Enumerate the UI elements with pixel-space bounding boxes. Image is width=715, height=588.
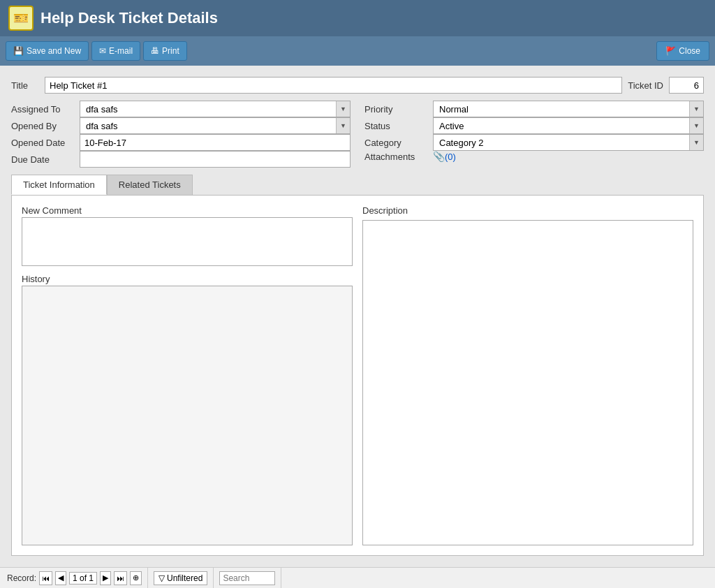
opened-date-row: Opened Date [11, 134, 351, 151]
assigned-to-row: Assigned To dfa safs ▼ [11, 101, 351, 117]
assigned-to-label: Assigned To [11, 104, 74, 115]
category-row: Category Category 2 Category 1 Category … [364, 134, 704, 151]
history-box [22, 286, 353, 545]
flag-icon: 🚩 [665, 46, 676, 56]
title-label: Title [11, 80, 39, 91]
filter-section: ▽ Unfiltered [148, 568, 214, 588]
main-content: Title Ticket ID Assigned To dfa safs ▼ [0, 66, 715, 567]
ticket-id-section: Ticket ID [628, 77, 704, 94]
record-section: Record: ⏮ ◀ ▶ ⏭ ⊕ [4, 568, 148, 588]
new-comment-label: New Comment [22, 205, 353, 216]
nav-next-button[interactable]: ▶ [100, 571, 111, 585]
opened-by-select[interactable]: dfa safs [80, 117, 351, 134]
toolbar: 💾 Save and New ✉ E-mail 🖶 Print 🚩 Close [0, 36, 715, 66]
form-fields: Assigned To dfa safs ▼ Opened By dfa saf… [11, 101, 704, 168]
print-icon: 🖶 [151, 46, 159, 56]
opened-by-select-wrapper: dfa safs ▼ [80, 117, 351, 134]
left-column: New Comment History [22, 205, 353, 545]
due-date-input[interactable] [80, 151, 351, 168]
search-section [214, 568, 281, 588]
record-number-input[interactable] [69, 572, 97, 585]
content-columns: New Comment History Description [22, 205, 693, 545]
status-row: Status Active Closed Pending ▼ [364, 117, 704, 134]
attachments-row: Attachments 📎(0) [364, 151, 704, 162]
save-icon: 💾 [13, 46, 24, 56]
paperclip-icon: 📎 [433, 151, 445, 162]
priority-label: Priority [364, 104, 427, 115]
priority-select-wrapper: Normal High Low ▼ [433, 101, 704, 117]
category-select-wrapper: Category 2 Category 1 Category 3 ▼ [433, 134, 704, 151]
nav-new-button[interactable]: ⊕ [130, 571, 142, 585]
opened-by-label: Opened By [11, 121, 74, 131]
attachments-link[interactable]: 📎(0) [433, 151, 456, 162]
print-button[interactable]: 🖶 Print [143, 41, 187, 61]
opened-date-label: Opened Date [11, 138, 74, 148]
title-row: Title Ticket ID [11, 77, 704, 94]
email-icon: ✉ [99, 46, 106, 56]
app-icon: 🎫 [8, 6, 34, 31]
ticket-id-label: Ticket ID [628, 80, 663, 91]
close-button[interactable]: 🚩 Close [656, 41, 709, 61]
new-comment-textarea[interactable] [22, 217, 353, 266]
record-label: Record: [7, 573, 36, 583]
filter-button[interactable]: ▽ Unfiltered [154, 571, 207, 585]
description-label: Description [362, 205, 693, 216]
search-input[interactable] [219, 571, 275, 585]
nav-prev-button[interactable]: ◀ [55, 571, 66, 585]
save-and-new-button[interactable]: 💾 Save and New [6, 41, 89, 61]
title-bar: 🎫 Help Desk Ticket Details [0, 0, 715, 36]
tabs-header: Ticket Information Related Tickets [11, 175, 704, 195]
right-form-column: Priority Normal High Low ▼ Status [364, 101, 704, 168]
priority-select[interactable]: Normal High Low [433, 101, 704, 117]
tabs-container: Ticket Information Related Tickets New C… [11, 175, 704, 556]
ticket-id-input[interactable] [669, 77, 704, 94]
filter-icon: ▽ [159, 573, 165, 583]
opened-date-input[interactable] [80, 134, 351, 151]
nav-last-button[interactable]: ⏭ [114, 571, 127, 585]
assigned-to-select[interactable]: dfa safs [80, 101, 351, 117]
description-textarea[interactable] [362, 220, 693, 545]
tab-content: New Comment History Description [11, 195, 704, 556]
category-label: Category [364, 138, 427, 148]
new-comment-section: New Comment [22, 205, 353, 268]
status-select-wrapper: Active Closed Pending ▼ [433, 117, 704, 134]
title-input[interactable] [45, 77, 622, 94]
assigned-to-select-wrapper: dfa safs ▼ [80, 101, 351, 117]
tab-related-tickets[interactable]: Related Tickets [107, 175, 193, 195]
tab-ticket-information[interactable]: Ticket Information [11, 175, 107, 195]
category-select[interactable]: Category 2 Category 1 Category 3 [433, 134, 704, 151]
priority-row: Priority Normal High Low ▼ [364, 101, 704, 117]
right-column: Description [362, 205, 693, 545]
window-title: Help Desk Ticket Details [40, 9, 218, 27]
status-bar: Record: ⏮ ◀ ▶ ⏭ ⊕ ▽ Unfiltered [0, 567, 715, 588]
left-form-column: Assigned To dfa safs ▼ Opened By dfa saf… [11, 101, 351, 168]
email-button[interactable]: ✉ E-mail [91, 41, 140, 61]
due-date-label: Due Date [11, 154, 74, 165]
history-section: History [22, 274, 353, 545]
attachments-label: Attachments [364, 152, 427, 162]
opened-by-row: Opened By dfa safs ▼ [11, 117, 351, 134]
due-date-row: Due Date [11, 151, 351, 168]
status-label: Status [364, 121, 427, 131]
history-label: History [22, 274, 353, 284]
status-select[interactable]: Active Closed Pending [433, 117, 704, 134]
form-section: Title Ticket ID Assigned To dfa safs ▼ [11, 77, 704, 168]
nav-first-button[interactable]: ⏮ [39, 571, 52, 585]
